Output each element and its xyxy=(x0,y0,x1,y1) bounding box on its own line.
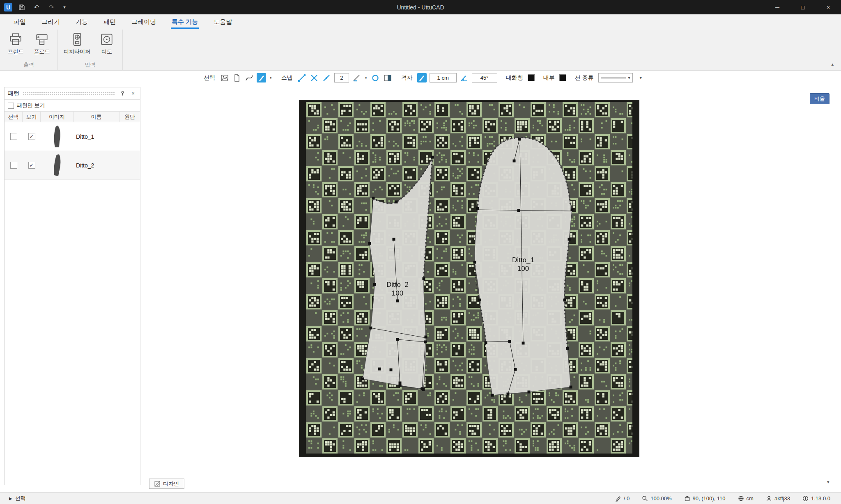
panel-close-icon[interactable]: × xyxy=(129,90,137,97)
pin-icon[interactable] xyxy=(119,90,126,97)
menu-function[interactable]: 기능 xyxy=(68,14,96,30)
control-point[interactable] xyxy=(370,327,372,330)
status-unit[interactable]: cm xyxy=(738,495,754,502)
select-page-icon[interactable] xyxy=(232,73,241,82)
control-point[interactable] xyxy=(476,207,479,210)
menu-grading[interactable]: 그레이딩 xyxy=(124,14,164,30)
pen-tool-active-icon[interactable] xyxy=(257,73,266,82)
control-point[interactable] xyxy=(522,342,525,345)
control-point[interactable] xyxy=(393,238,395,241)
interior-color-swatch[interactable] xyxy=(559,74,566,81)
angle-icon[interactable] xyxy=(460,73,469,82)
line-type-select[interactable]: ▾ xyxy=(598,73,633,82)
pattern-panel-header[interactable]: 패턴 × xyxy=(5,87,140,100)
row1-select-checkbox[interactable] xyxy=(10,133,17,140)
snap-point-dot-icon[interactable]: ● xyxy=(365,76,367,80)
snap-region-icon[interactable] xyxy=(383,73,393,82)
control-point[interactable] xyxy=(513,160,516,163)
snap-endpoint-icon[interactable] xyxy=(297,73,307,82)
print-button[interactable]: 프린트 xyxy=(3,31,28,60)
row2-select-checkbox[interactable] xyxy=(10,162,17,169)
control-point[interactable] xyxy=(508,340,511,343)
angle-input[interactable] xyxy=(472,73,497,82)
control-point[interactable] xyxy=(485,341,487,344)
select-image-icon[interactable] xyxy=(220,73,229,82)
control-point[interactable] xyxy=(571,208,574,211)
select-label: 선택 xyxy=(204,74,215,82)
plot-button[interactable]: 플로트 xyxy=(30,31,54,60)
maximize-button[interactable]: □ xyxy=(790,0,816,14)
control-point[interactable] xyxy=(528,391,531,394)
ratio-button[interactable]: 비율 xyxy=(810,93,830,104)
control-point[interactable] xyxy=(423,277,425,280)
grid-pen-icon[interactable] xyxy=(417,73,427,82)
control-point[interactable] xyxy=(473,261,476,264)
control-point[interactable] xyxy=(421,387,424,390)
control-point[interactable] xyxy=(566,347,569,350)
menu-draw[interactable]: 그리기 xyxy=(34,14,68,30)
cube-icon xyxy=(684,495,690,502)
control-point[interactable] xyxy=(368,242,371,245)
control-point[interactable] xyxy=(372,197,375,200)
control-point[interactable] xyxy=(517,209,520,212)
snap-tolerance-input[interactable] xyxy=(334,73,349,82)
ditto-button[interactable]: 디토 xyxy=(94,31,119,60)
status-zoom[interactable]: 100.00% xyxy=(642,495,671,502)
ribbon-collapse-icon[interactable]: ▴ xyxy=(831,62,834,67)
control-point[interactable] xyxy=(507,393,510,396)
control-point[interactable] xyxy=(399,384,402,387)
control-point[interactable] xyxy=(396,300,399,302)
select-curve-icon[interactable] xyxy=(244,73,254,82)
snap-circle-icon[interactable] xyxy=(371,73,380,82)
control-point[interactable] xyxy=(431,156,434,159)
control-point[interactable] xyxy=(378,368,381,371)
menu-file[interactable]: 파일 xyxy=(6,14,34,30)
row1-view-checkbox[interactable]: ✓ xyxy=(28,133,35,140)
save-icon[interactable] xyxy=(16,2,27,13)
control-point[interactable] xyxy=(518,138,521,141)
redo-icon[interactable]: ↷ xyxy=(46,2,57,13)
control-point[interactable] xyxy=(390,369,393,371)
control-point[interactable] xyxy=(395,201,398,204)
control-point[interactable] xyxy=(425,336,427,339)
menu-special-features[interactable]: 특수 기능 xyxy=(164,14,206,30)
pattern-row-ditto1[interactable]: ✓ Ditto_1 xyxy=(5,122,140,151)
pattern-row-ditto2[interactable]: ✓ Ditto_2 xyxy=(5,151,140,180)
quick-access-toolbar: U ↶ ↷ ▾ xyxy=(0,2,68,13)
toolbar-overflow-icon[interactable]: ▾ xyxy=(640,75,642,80)
control-point[interactable] xyxy=(563,299,566,302)
digitizer-button[interactable]: 디지타이저 xyxy=(61,31,93,60)
panel-drag-grip[interactable] xyxy=(23,92,115,95)
tab-overflow-icon[interactable]: ▾ xyxy=(827,479,830,485)
hatch-icon xyxy=(154,481,160,487)
control-point[interactable] xyxy=(514,368,517,371)
control-point[interactable] xyxy=(399,382,402,385)
grid-size-input[interactable] xyxy=(430,73,457,82)
menu-pattern[interactable]: 패턴 xyxy=(96,14,124,30)
calibration-photo[interactable]: Ditto_1 100 Ditto_2 100 xyxy=(299,100,639,457)
control-point[interactable] xyxy=(491,394,494,397)
menu-help[interactable]: 도움말 xyxy=(206,14,240,30)
quick-access-dropdown-icon[interactable]: ▾ xyxy=(61,2,68,13)
status-selection-count: / 0 xyxy=(615,495,630,502)
control-point[interactable] xyxy=(478,299,481,302)
snap-perpendicular-icon[interactable] xyxy=(352,73,361,82)
snap-intersection-icon[interactable] xyxy=(310,73,319,82)
minimize-button[interactable]: ─ xyxy=(765,0,790,14)
tab-design[interactable]: 디자인 xyxy=(149,479,184,489)
row2-view-checkbox[interactable]: ✓ xyxy=(28,162,35,169)
undo-icon[interactable]: ↶ xyxy=(31,2,42,13)
control-point[interactable] xyxy=(570,386,572,389)
pattern-piece-ditto2[interactable] xyxy=(363,157,432,389)
dialog-color-swatch[interactable] xyxy=(528,74,535,81)
control-point[interactable] xyxy=(396,338,399,341)
close-button[interactable]: × xyxy=(816,0,841,14)
control-point[interactable] xyxy=(568,238,571,241)
control-point[interactable] xyxy=(424,341,427,344)
pattern-only-checkbox[interactable] xyxy=(8,103,14,109)
control-point[interactable] xyxy=(373,283,376,286)
control-point[interactable] xyxy=(361,378,364,380)
point-dot-icon[interactable]: ● xyxy=(270,76,272,80)
snap-midpoint-icon[interactable] xyxy=(322,73,331,82)
tab-design-label: 디자인 xyxy=(163,480,179,488)
